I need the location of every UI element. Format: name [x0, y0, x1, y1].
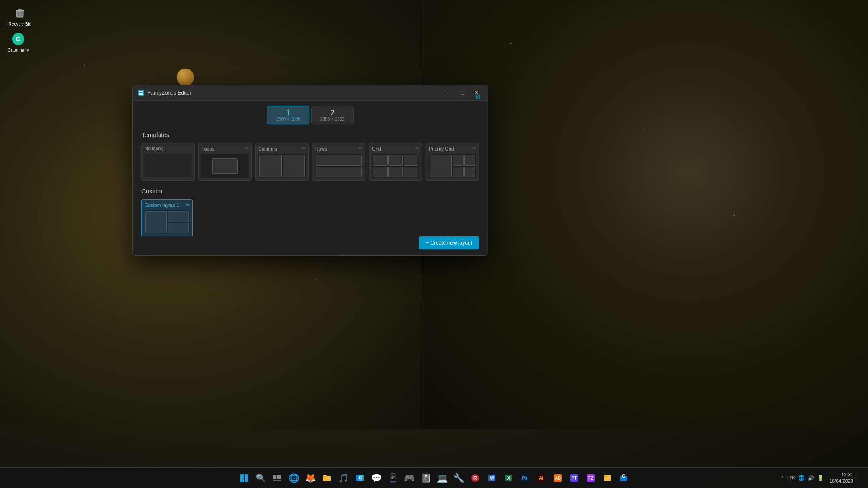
taskbar-explorer-icon[interactable]	[319, 470, 335, 486]
maximize-button[interactable]: □	[457, 88, 469, 97]
dialog-title-left: FancyZones Editor	[138, 90, 191, 96]
focus-zone	[212, 158, 238, 174]
taskbar-spotify-icon[interactable]: 🎵	[335, 470, 351, 486]
clock-date: 16/04/2023	[829, 478, 853, 484]
taskbar-teams-icon[interactable]: 💬	[368, 470, 384, 486]
custom-grid: Custom layout 1 ✏	[141, 199, 479, 236]
settings-icon[interactable]: ⚙	[475, 93, 481, 101]
svg-rect-16	[273, 475, 276, 479]
taskbar-app3-icon[interactable]: PT	[566, 470, 582, 486]
grid-edit-icon[interactable]: ✏	[415, 146, 419, 151]
taskbar: 🔍 🌐 🦊 🎵 O	[0, 467, 868, 488]
no-layout-title: No layout	[145, 146, 192, 151]
monitor-1-number: 1	[286, 109, 290, 117]
taskbar-firefox-icon[interactable]: 🦊	[302, 470, 318, 486]
kb-icon[interactable]: ENG	[788, 474, 796, 482]
taskbar-files-icon[interactable]	[599, 470, 615, 486]
system-clock[interactable]: 12:31 16/04/2023	[829, 472, 853, 484]
template-rows[interactable]: Rows ✏	[312, 143, 365, 181]
svg-text:Ai: Ai	[539, 476, 543, 481]
star	[578, 301, 578, 301]
taskbar-center: 🔍 🌐 🦊 🎵 O	[237, 470, 631, 486]
columns-title: Columns ✏	[258, 146, 306, 151]
recycle-bin-label: Recycle Bin	[9, 22, 32, 26]
taskbar-onenote-icon[interactable]: 📓	[418, 470, 434, 486]
taskbar-store-icon[interactable]	[616, 470, 631, 486]
priority-small-zone-1	[453, 155, 464, 166]
task-view-button[interactable]	[270, 470, 285, 486]
taskbar-illustrator-icon[interactable]: Ai	[533, 470, 549, 486]
col-zone-2	[283, 155, 305, 177]
svg-text:Ps: Ps	[522, 475, 527, 481]
svg-text:X: X	[507, 476, 510, 481]
priority-small-zone-3	[453, 167, 464, 177]
monitor-tab-1[interactable]: 1 2560 × 1080	[267, 106, 309, 124]
custom-layout-card-1[interactable]: Custom layout 1 ✏	[141, 199, 193, 236]
custom-layout-1-edit-icon[interactable]: ✏	[186, 202, 190, 208]
desktop-icon-grammarly[interactable]: G Grammarly	[4, 32, 32, 52]
taskbar-photoshop-icon[interactable]: Ps	[517, 470, 533, 486]
template-priority-grid[interactable]: Priority Grid ✏	[426, 143, 479, 181]
taskbar-outlook-icon[interactable]: O	[352, 470, 368, 486]
svg-rect-13	[245, 474, 248, 478]
row-zone-1	[316, 155, 362, 166]
template-columns[interactable]: Columns ✏	[255, 143, 309, 181]
svg-rect-11	[141, 93, 143, 95]
network-icon[interactable]: 🌐	[797, 474, 806, 482]
svg-rect-18	[273, 480, 276, 481]
taskbar-word-icon[interactable]: W	[484, 470, 500, 486]
grid-zone-3	[404, 155, 418, 166]
svg-rect-15	[245, 478, 248, 482]
search-button[interactable]: 🔍	[253, 470, 269, 486]
svg-text:FZ: FZ	[588, 476, 593, 481]
start-button[interactable]	[237, 470, 252, 486]
grid-zone-6	[404, 167, 418, 177]
create-new-layout-button[interactable]: + Create new layout	[419, 236, 479, 249]
taskbar-git-icon[interactable]: 🔧	[451, 470, 467, 486]
taskbar-app1-icon[interactable]: R	[467, 470, 483, 486]
taskbar-vscode-icon[interactable]: 💻	[434, 470, 450, 486]
svg-text:R: R	[473, 475, 477, 481]
columns-edit-icon[interactable]: ✏	[302, 146, 306, 151]
grid-zone-1	[373, 155, 388, 166]
chevron-up-icon[interactable]: ^	[778, 474, 787, 482]
row-zone-2	[316, 167, 362, 177]
custom-zone-1	[168, 211, 189, 222]
taskbar-edge-icon[interactable]: 🌐	[286, 470, 302, 486]
minimize-button[interactable]: ─	[443, 88, 455, 97]
star	[734, 215, 735, 216]
focus-edit-icon[interactable]: ✏	[245, 146, 249, 151]
grid-zone-5	[388, 167, 403, 177]
rows-title: Rows ✏	[315, 146, 362, 151]
grid-preview	[372, 154, 419, 178]
svg-rect-48	[620, 476, 627, 481]
battery-icon[interactable]: 🔋	[816, 474, 825, 482]
priority-grid-title: Priority Grid ✏	[429, 146, 476, 151]
priority-grid-edit-icon[interactable]: ✏	[472, 146, 476, 151]
templates-section-title: Templates	[141, 131, 479, 138]
taskbar-excel-icon[interactable]: X	[500, 470, 516, 486]
taskbar-whatsapp-icon[interactable]: 📱	[385, 470, 401, 486]
clock-time: 12:31	[841, 472, 853, 478]
star	[316, 279, 316, 280]
show-desktop-button[interactable]	[856, 474, 865, 482]
template-no-layout[interactable]: No layout	[141, 143, 195, 181]
rows-edit-icon[interactable]: ✏	[358, 146, 362, 151]
templates-grid: No layout Focus ✏ Columns ✏	[141, 143, 479, 181]
sys-tray-icons: ^ ENG 🌐 🔊 🔋	[778, 474, 825, 482]
monitor-1-resolution: 2560 × 1080	[276, 117, 300, 121]
template-grid[interactable]: Grid ✏	[369, 143, 422, 181]
taskbar-discord-icon[interactable]: 🎮	[401, 470, 417, 486]
monitor-tab-2[interactable]: 2 2560 × 1392	[311, 106, 354, 124]
desktop-icon-recycle-bin[interactable]: Recycle Bin	[6, 6, 34, 26]
custom-zone-3	[168, 223, 189, 234]
star	[126, 236, 127, 237]
taskbar-app4-icon[interactable]: FZ	[583, 470, 598, 486]
template-focus[interactable]: Focus ✏	[198, 143, 252, 181]
grid-zone-4	[373, 167, 388, 177]
taskbar-app2-icon[interactable]: AD	[550, 470, 566, 486]
star	[84, 65, 85, 66]
taskbar-right: ^ ENG 🌐 🔊 🔋 12:31 16/04/2023	[778, 472, 865, 484]
columns-preview	[258, 154, 306, 178]
volume-icon[interactable]: 🔊	[807, 474, 815, 482]
